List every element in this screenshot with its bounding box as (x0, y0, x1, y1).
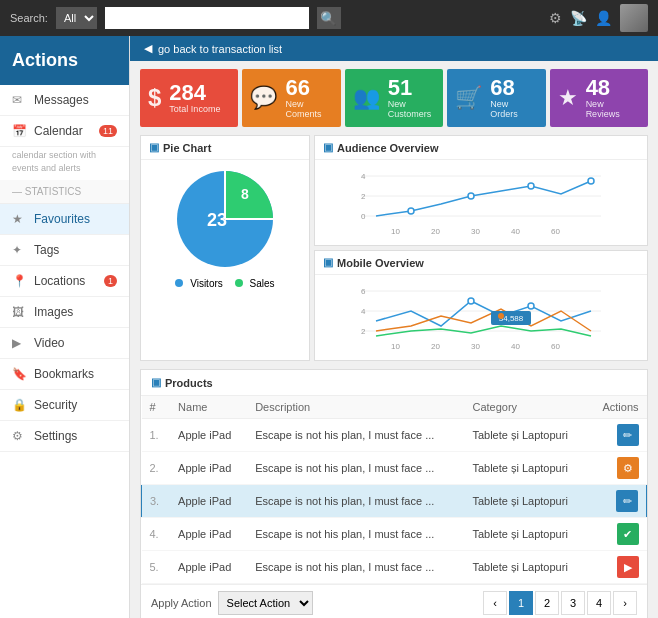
favourites-icon: ★ (12, 212, 26, 226)
main-content: ◀ go back to transaction list $ 284 Tota… (130, 36, 658, 618)
sidebar-item-security-label: Security (34, 398, 77, 412)
pie-legend-sales: Sales (235, 278, 275, 289)
row-action-cell: ▶ (588, 551, 646, 584)
svg-text:10: 10 (391, 227, 400, 236)
row-num: 5. (142, 551, 171, 584)
sidebar-item-images[interactable]: 🖼 Images (0, 297, 129, 328)
income-icon: $ (148, 84, 161, 112)
svg-text:4: 4 (361, 172, 366, 181)
orders-label: New Orders (490, 99, 537, 119)
row-action-btn[interactable]: ✏ (616, 490, 638, 512)
income-number: 284 (169, 82, 220, 104)
sidebar-item-tags-label: Tags (34, 243, 59, 257)
breadcrumb-text: go back to transaction list (158, 43, 282, 55)
page-4-btn[interactable]: 4 (587, 591, 611, 615)
stat-new-customers[interactable]: 👥 51 New Customers (345, 69, 443, 127)
messages-icon: ✉ (12, 93, 26, 107)
sidebar-item-video-label: Video (34, 336, 64, 350)
sidebar-item-images-label: Images (34, 305, 73, 319)
svg-text:2: 2 (361, 327, 366, 336)
products-table-icon: ▣ (151, 376, 161, 389)
sidebar-item-favourites[interactable]: ★ Favourites (0, 204, 129, 235)
products-table: # Name Description Category Actions 1. A… (141, 396, 647, 584)
stat-new-reviews[interactable]: ★ 48 New Reviews (550, 69, 648, 127)
comments-number: 66 (285, 77, 332, 99)
table-row[interactable]: 4. Apple iPad Escape is not his plan, I … (142, 518, 647, 551)
row-action-btn[interactable]: ✔ (617, 523, 639, 545)
breadcrumb[interactable]: ◀ go back to transaction list (130, 36, 658, 61)
row-action-btn[interactable]: ⚙ (617, 457, 639, 479)
sidebar-item-security[interactable]: 🔒 Security (0, 390, 129, 421)
svg-text:23: 23 (207, 210, 227, 230)
row-category: Tablete și Laptopuri (464, 452, 588, 485)
topbar: Search: All 🔍 ⚙ 📡 👤 (0, 0, 658, 36)
breadcrumb-arrow-icon: ◀ (144, 42, 152, 55)
sidebar-item-video[interactable]: ▶ Video (0, 328, 129, 359)
svg-point-19 (588, 178, 594, 184)
svg-text:20: 20 (431, 342, 440, 351)
svg-text:30: 30 (471, 227, 480, 236)
avatar[interactable] (620, 4, 648, 32)
sidebar-item-settings[interactable]: ⚙ Settings (0, 421, 129, 452)
pie-chart-title: ▣ Pie Chart (141, 136, 309, 160)
action-select[interactable]: Select Action (218, 591, 313, 615)
search-filter-select[interactable]: All (56, 7, 97, 29)
stat-total-income[interactable]: $ 284 Total Income (140, 69, 238, 127)
stat-new-comments[interactable]: 💬 66 New Coments (242, 69, 340, 127)
audience-chart-title: ▣ Audience Overview (315, 136, 647, 160)
row-num: 4. (142, 518, 171, 551)
sidebar-item-calendar[interactable]: 📅 Calendar 11 (0, 116, 129, 147)
page-prev-btn[interactable]: ‹ (483, 591, 507, 615)
row-category: Tablete și Laptopuri (464, 419, 588, 452)
table-row[interactable]: 1. Apple iPad Escape is not his plan, I … (142, 419, 647, 452)
svg-text:60: 60 (551, 227, 560, 236)
sidebar-item-locations-label: Locations (34, 274, 85, 288)
stat-new-orders[interactable]: 🛒 68 New Orders (447, 69, 545, 127)
mobile-chart-content: 6 4 2 10 20 30 40 60 (315, 275, 647, 360)
row-category: Tablete și Laptopuri (464, 551, 588, 584)
calendar-icon: 📅 (12, 124, 26, 138)
sidebar-section-stats: — Statistics (0, 180, 129, 204)
reviews-label: New Reviews (586, 99, 640, 119)
comments-icon: 💬 (250, 85, 277, 111)
bookmarks-icon: 🔖 (12, 367, 26, 381)
sidebar-item-bookmarks-label: Bookmarks (34, 367, 94, 381)
table-header-row: # Name Description Category Actions (142, 396, 647, 419)
sidebar-item-tags[interactable]: ✦ Tags (0, 235, 129, 266)
page-1-btn[interactable]: 1 (509, 591, 533, 615)
table-row[interactable]: 3. Apple iPad Escape is not his plan, I … (142, 485, 647, 518)
row-name: Apple iPad (170, 452, 247, 485)
row-action-btn[interactable]: ✏ (617, 424, 639, 446)
page-2-btn[interactable]: 2 (535, 591, 559, 615)
products-table-section: ▣ Products # Name Description Category A… (140, 369, 648, 618)
user-icon[interactable]: 👤 (595, 10, 612, 26)
sidebar-item-bookmarks[interactable]: 🔖 Bookmarks (0, 359, 129, 390)
right-charts: ▣ Audience Overview 4 2 0 (314, 135, 648, 361)
table-row[interactable]: 2. Apple iPad Escape is not his plan, I … (142, 452, 647, 485)
orders-icon: 🛒 (455, 85, 482, 111)
row-num: 3. (142, 485, 171, 518)
rss-icon[interactable]: 📡 (570, 10, 587, 26)
table-row[interactable]: 5. Apple iPad Escape is not his plan, I … (142, 551, 647, 584)
page-3-btn[interactable]: 3 (561, 591, 585, 615)
stats-row: $ 284 Total Income 💬 66 New Coments 👥 51… (130, 61, 658, 131)
table-footer: Apply Action Select Action ‹ 1 2 3 4 › (141, 584, 647, 618)
sidebar-item-calendar-label: Calendar (34, 124, 83, 138)
gear-icon[interactable]: ⚙ (549, 10, 562, 26)
page-next-btn[interactable]: › (613, 591, 637, 615)
svg-point-35 (498, 313, 504, 319)
sidebar-item-locations[interactable]: 📍 Locations 1 (0, 266, 129, 297)
col-actions: Actions (588, 396, 646, 419)
pagination: ‹ 1 2 3 4 › (483, 591, 637, 615)
products-table-title: ▣ Products (141, 370, 647, 396)
col-name: Name (170, 396, 247, 419)
sidebar-item-messages[interactable]: ✉ Messages (0, 85, 129, 116)
row-action-btn[interactable]: ▶ (617, 556, 639, 578)
search-input[interactable] (105, 7, 309, 29)
svg-point-16 (408, 208, 414, 214)
search-button[interactable]: 🔍 (317, 7, 341, 29)
svg-text:60: 60 (551, 342, 560, 351)
row-action-cell: ✏ (588, 485, 646, 518)
svg-point-18 (528, 183, 534, 189)
row-name: Apple iPad (170, 518, 247, 551)
